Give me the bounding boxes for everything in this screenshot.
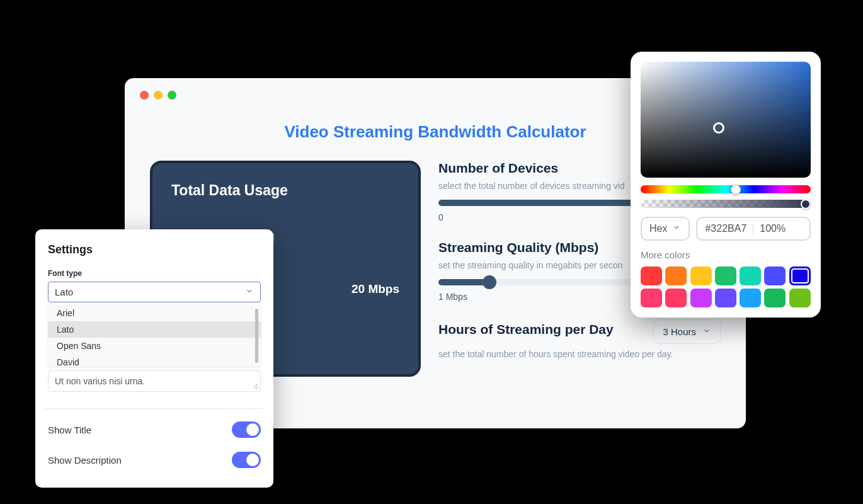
settings-title: Settings (48, 243, 261, 256)
color-swatches (641, 266, 811, 307)
show-title-row: Show Title (48, 421, 261, 438)
chevron-down-icon (672, 223, 681, 234)
font-type-label: Font type (48, 269, 261, 278)
alpha-slider[interactable] (641, 200, 811, 208)
hours-select[interactable]: 3 Hours (653, 319, 721, 344)
resize-grip-icon[interactable] (251, 382, 259, 390)
hex-input[interactable]: #322BA7 100% (696, 217, 811, 241)
divider (45, 408, 263, 409)
color-swatch[interactable] (764, 289, 786, 307)
show-description-label: Show Description (48, 455, 122, 466)
alpha-value: 100% (760, 223, 786, 234)
close-window-icon[interactable] (140, 91, 149, 100)
description-textarea[interactable]: Ut non varius nisi urna. (48, 370, 261, 392)
color-format-row: Hex #322BA7 100% (641, 217, 811, 241)
color-swatch[interactable] (740, 266, 761, 285)
gradient-cursor-icon[interactable] (713, 122, 724, 134)
color-swatch[interactable] (690, 266, 712, 285)
color-swatch[interactable] (789, 289, 811, 307)
quality-slider-min: 1 Mbps (438, 292, 467, 302)
font-option-lato[interactable]: Lato (48, 321, 261, 338)
color-swatch[interactable] (715, 266, 736, 285)
font-option-david[interactable]: David (48, 354, 261, 367)
chevron-down-icon (245, 287, 254, 297)
hue-slider[interactable] (641, 185, 811, 193)
show-description-row: Show Description (48, 452, 261, 468)
hours-control: Hours of Streaming per Day 3 Hours set t… (438, 319, 721, 359)
color-swatch[interactable] (789, 266, 811, 285)
color-swatch[interactable] (641, 266, 662, 285)
color-swatch[interactable] (665, 266, 687, 285)
hex-value: #322BA7 (705, 223, 746, 234)
usage-card-title: Total Data Usage (171, 182, 399, 199)
more-colors-label: More colors (641, 249, 811, 260)
font-option-ariel[interactable]: Ariel (48, 305, 261, 321)
minimize-window-icon[interactable] (154, 91, 163, 100)
show-description-toggle[interactable] (232, 452, 261, 468)
maximize-window-icon[interactable] (168, 91, 176, 100)
color-gradient-area[interactable] (641, 62, 811, 178)
devices-slider-min: 0 (438, 212, 443, 222)
hours-description: set the total number of hours spent stre… (438, 349, 721, 359)
hours-title: Hours of Streaming per Day (438, 322, 614, 337)
settings-panel: Settings Font type Lato Ariel Lato Open … (35, 229, 273, 488)
hue-slider-thumb[interactable] (731, 185, 741, 195)
color-picker-panel: Hex #322BA7 100% More colors (631, 52, 821, 318)
font-type-select[interactable]: Lato (48, 282, 261, 302)
chevron-down-icon (702, 326, 711, 337)
color-swatch[interactable] (665, 289, 687, 307)
hours-value: 3 Hours (663, 326, 696, 337)
font-type-value: Lato (55, 287, 73, 297)
color-swatch[interactable] (641, 289, 662, 307)
bandwidth-required-value: 20 Mbps (351, 282, 399, 296)
show-title-label: Show Title (48, 425, 91, 435)
show-title-toggle[interactable] (232, 421, 261, 438)
alpha-slider-thumb[interactable] (801, 199, 811, 209)
color-swatch[interactable] (690, 289, 712, 307)
color-format-select[interactable]: Hex (641, 217, 690, 241)
color-swatch[interactable] (764, 266, 786, 285)
font-option-open-sans[interactable]: Open Sans (48, 338, 261, 354)
font-type-dropdown: Ariel Lato Open Sans David (48, 305, 261, 367)
color-swatch[interactable] (740, 289, 761, 307)
color-swatch[interactable] (715, 289, 736, 307)
color-format-value: Hex (649, 223, 667, 234)
